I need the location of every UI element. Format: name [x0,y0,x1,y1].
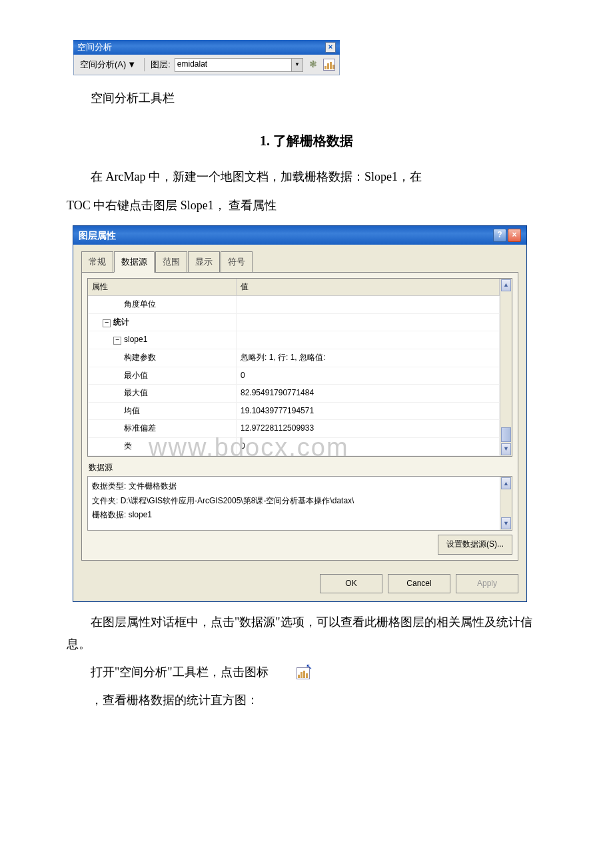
scroll-thumb[interactable] [501,427,511,442]
tab-content: www.bdocx.com 属性 值 角度单位 −统计 [81,272,518,561]
paragraph: 在 ArcMap 中，新建一个地图文档，加载栅格数据：Slope1，在 [67,166,546,187]
col-attr: 属性 [88,279,237,296]
tab-extent[interactable]: 范围 [155,251,187,271]
spatial-analysis-menu[interactable]: 空间分析(A) ▼ [78,57,138,72]
apply-button: Apply [456,574,518,594]
table-row: 构建参数 忽略列: 1, 行: 1, 忽略值: [88,349,500,367]
properties-table: 属性 值 角度单位 −统计 −slope1 [88,279,500,456]
value-cell: 12.97228112509933 [237,420,500,438]
table-row: 标准偏差 12.97228112509933 [88,420,500,438]
chevron-down-icon: ▼ [291,59,303,71]
attr-cell: −slope1 [88,331,237,349]
text: 文件夹: D:\课程\GIS软件应用-ArcGIS2005\第8课-空间分析基本… [92,494,496,509]
section-heading: 1. 了解栅格数据 [67,129,546,153]
divider [144,58,145,71]
text: TOC 中右键点击图层 Slope1， 查看属性 [67,199,277,212]
table-header-row: 属性 值 [88,279,500,296]
table-row: −统计 [88,313,500,331]
dialog-footer: OK Cancel Apply [73,569,526,602]
paragraph: ，查看栅格数据的统计直方图： [67,689,546,711]
dialog-body: 常规 数据源 范围 显示 符号 www.bdocx.com 属性 值 角度单位 [73,245,526,569]
scroll-down-icon[interactable]: ▼ [501,517,511,529]
dialog-titlebar: 图层属性 ? × [73,226,526,245]
chevron-down-icon: ▼ [127,57,136,72]
spatial-analysis-toolbar: 空间分析 × 空间分析(A) ▼ 图层: emidalat ▼ ❃ [73,40,340,75]
table-row: 最小值 0 [88,367,500,385]
dialog-title: 图层属性 [79,227,116,244]
scrollbar[interactable]: ▲ ▼ [500,477,512,530]
value-cell: 0 [237,437,500,455]
attr-cell: 构建参数 [88,349,237,367]
histogram-icon[interactable] [323,59,335,71]
value-cell: 忽略列: 1, 行: 1, 忽略值: [237,349,500,367]
properties-table-wrap: 属性 值 角度单位 −统计 −slope1 [87,278,512,457]
attr-cell: 最小值 [88,367,237,385]
tab-display[interactable]: 显示 [188,251,220,271]
table-row: 均值 19.10439777194571 [88,402,500,420]
text: 统计 [113,317,129,327]
value-cell: 0 [237,367,500,385]
set-datasource-row: 设置数据源(S)... [87,535,512,555]
layer-properties-dialog: 图层属性 ? × 常规 数据源 范围 显示 符号 www.bdocx.com 属… [73,226,526,601]
layer-value: emidalat [177,57,207,72]
text: 栅格数据: slope1 [92,508,496,523]
toolbar-title: 空间分析 [77,39,112,55]
scroll-up-icon[interactable]: ▲ [501,279,511,291]
layer-dropdown[interactable]: emidalat ▼ [175,58,303,72]
cancel-button[interactable]: Cancel [388,574,450,594]
tab-strip: 常规 数据源 范围 显示 符号 [81,251,518,271]
table-row: −slope1 [88,331,500,349]
cursor-icon: ↖ [282,660,312,675]
close-icon[interactable]: × [508,229,521,242]
value-cell [237,296,500,314]
value-cell: 82.95491790771484 [237,385,500,403]
paragraph: TOC 中右键点击图层 Slope1， 查看属性 [67,195,546,216]
toolbar-titlebar: 空间分析 × [73,40,340,55]
set-datasource-button[interactable]: 设置数据源(S)... [438,535,512,555]
tab-symbol[interactable]: 符号 [221,251,253,271]
toolbar-caption: 空间分析工具栏 [67,87,546,109]
table-row: 角度单位 [88,296,500,314]
attr-cell: 标准偏差 [88,420,237,438]
layer-label: 图层: [151,57,171,72]
attr-cell: 最大值 [88,385,237,403]
collapse-icon[interactable]: − [103,319,111,327]
toolbar-body: 空间分析(A) ▼ 图层: emidalat ▼ ❃ [73,55,340,75]
scroll-up-icon[interactable]: ▲ [501,477,511,489]
datasource-box: 数据类型: 文件栅格数据 文件夹: D:\课程\GIS软件应用-ArcGIS20… [88,477,500,530]
scrollbar[interactable]: ▲ ▼ [500,279,512,456]
text: slope1 [124,335,147,344]
datasource-label: 数据源 [89,461,512,475]
value-cell: 19.10439777194571 [237,402,500,420]
text: 数据类型: 文件栅格数据 [92,479,496,494]
paragraph: 在图层属性对话框中，点击"数据源"选项，可以查看此栅格图层的相关属性及统计信息。 [67,611,546,655]
table-row: 最大值 82.95491790771484 [88,385,500,403]
ok-button[interactable]: OK [320,574,382,594]
col-value: 值 [237,279,500,296]
datasource-box-wrap: 数据类型: 文件栅格数据 文件夹: D:\课程\GIS软件应用-ArcGIS20… [87,476,512,531]
attr-cell: −统计 [88,313,237,331]
value-cell [237,313,500,331]
tab-source[interactable]: 数据源 [114,251,155,272]
paragraph: 打开"空间分析"工具栏，点击图标 ↖ [67,661,546,683]
scroll-down-icon[interactable]: ▼ [501,443,511,455]
attr-cell: 角度单位 [88,296,237,314]
table-row: 类 0 [88,437,500,455]
tab-general[interactable]: 常规 [81,251,113,271]
help-icon[interactable]: ? [493,229,506,242]
attr-cell: 均值 [88,402,237,420]
collapse-icon[interactable]: − [113,337,121,345]
options-icon[interactable]: ❃ [307,59,319,71]
text: 打开"空间分析"工具栏，点击图标 [91,665,269,679]
text: 在 ArcMap 中，新建一个地图文档，加载栅格数据：Slope1，在 [91,170,422,183]
histogram-icon: ↖ [273,661,310,683]
close-icon[interactable]: × [325,42,336,53]
menu-label: 空间分析(A) [80,57,126,72]
attr-cell: 类 [88,437,237,455]
value-cell [237,331,500,349]
